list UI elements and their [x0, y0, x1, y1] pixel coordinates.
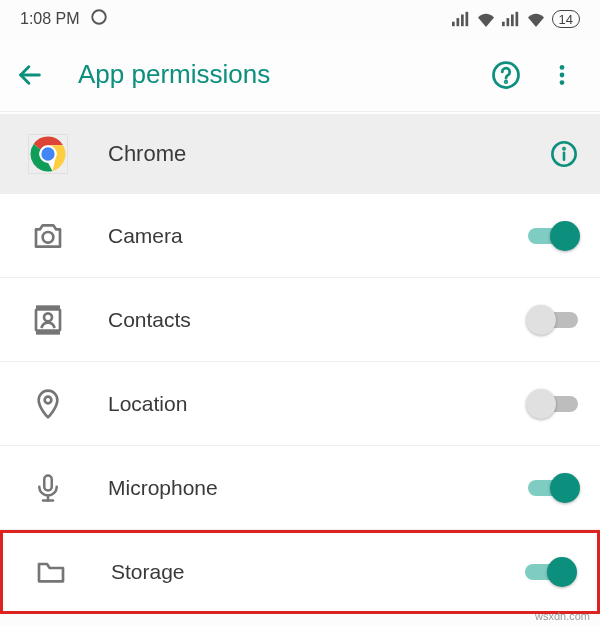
- svg-point-12: [560, 65, 565, 70]
- permission-label: Location: [108, 392, 526, 416]
- svg-point-0: [92, 10, 106, 24]
- permission-list: Camera Contacts Location Microphone: [0, 194, 600, 614]
- svg-rect-8: [515, 12, 518, 26]
- back-button[interactable]: [16, 59, 64, 91]
- svg-rect-2: [456, 18, 459, 26]
- svg-rect-5: [502, 22, 505, 27]
- status-bar: 1:08 PM 14: [0, 0, 600, 38]
- permission-row-microphone[interactable]: Microphone: [0, 446, 600, 530]
- page-title: App permissions: [64, 59, 490, 90]
- app-info-button[interactable]: [548, 138, 580, 170]
- chrome-icon: [28, 134, 68, 174]
- watermark: wsxdn.com: [535, 610, 590, 622]
- microphone-icon: [28, 468, 68, 508]
- svg-point-11: [505, 81, 507, 83]
- signal-icon: [452, 11, 470, 27]
- svg-rect-7: [511, 15, 514, 27]
- permission-row-storage[interactable]: Storage: [0, 530, 600, 614]
- permission-row-contacts[interactable]: Contacts: [0, 278, 600, 362]
- wifi-icon: [476, 11, 496, 27]
- svg-point-23: [44, 313, 52, 321]
- signal-icon-2: [502, 11, 520, 27]
- permission-toggle-storage[interactable]: [523, 557, 577, 587]
- battery-percent: 14: [559, 12, 573, 27]
- storage-icon: [31, 552, 71, 592]
- permission-row-location[interactable]: Location: [0, 362, 600, 446]
- permission-toggle-camera[interactable]: [526, 221, 580, 251]
- permission-label: Storage: [111, 560, 523, 584]
- permission-toggle-location[interactable]: [526, 389, 580, 419]
- svg-rect-6: [506, 18, 509, 26]
- permission-label: Microphone: [108, 476, 526, 500]
- help-button[interactable]: [490, 59, 522, 91]
- permission-label: Contacts: [108, 308, 526, 332]
- svg-point-14: [560, 80, 565, 85]
- app-name: Chrome: [108, 141, 548, 167]
- wifi-icon-2: [526, 11, 546, 27]
- battery-badge: 14: [552, 10, 580, 28]
- permission-toggle-microphone[interactable]: [526, 473, 580, 503]
- svg-rect-3: [461, 15, 464, 27]
- contacts-icon: [28, 300, 68, 340]
- svg-point-21: [43, 232, 54, 243]
- svg-rect-4: [465, 12, 468, 26]
- cortana-icon: [90, 8, 108, 30]
- permission-toggle-contacts[interactable]: [526, 305, 580, 335]
- camera-icon: [28, 216, 68, 256]
- app-header-row: Chrome: [0, 114, 600, 194]
- svg-point-13: [560, 72, 565, 77]
- location-icon: [28, 384, 68, 424]
- overflow-menu-button[interactable]: [546, 59, 578, 91]
- app-bar: App permissions: [0, 38, 600, 112]
- svg-rect-27: [44, 475, 52, 490]
- svg-point-20: [563, 148, 564, 149]
- svg-rect-1: [452, 22, 455, 27]
- permission-row-camera[interactable]: Camera: [0, 194, 600, 278]
- svg-point-26: [45, 396, 52, 403]
- permission-label: Camera: [108, 224, 526, 248]
- status-time: 1:08 PM: [20, 10, 80, 28]
